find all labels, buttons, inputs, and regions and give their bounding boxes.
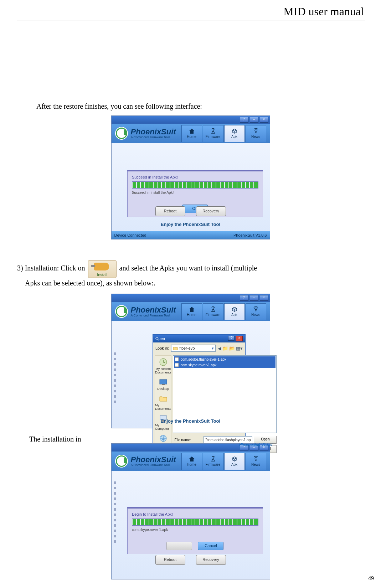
filename-label: File name: — [174, 438, 202, 442]
app-logo-icon — [115, 127, 128, 140]
progress-bar — [132, 519, 258, 526]
tab-firmware[interactable]: Firmware — [203, 453, 223, 470]
svg-rect-8 — [175, 357, 179, 361]
svg-rect-4 — [162, 384, 165, 385]
window-titlebar: ? – × — [112, 116, 270, 124]
places-sidebar: My Recent Documents Desktop My Documents… — [155, 355, 172, 453]
tab-home[interactable]: Home — [181, 453, 202, 470]
app-name: PhoenixSuit — [131, 456, 176, 464]
app-logo-icon — [115, 455, 128, 468]
panel-message: Succeed in Install the Apk! — [132, 191, 258, 195]
tab-home[interactable]: Home — [181, 303, 202, 320]
file-icon — [175, 357, 179, 361]
svg-point-0 — [255, 132, 256, 133]
text-installing: The installation in — [29, 434, 81, 444]
dialog-titlebar: Open ? × — [153, 335, 245, 342]
app-logo-icon — [115, 305, 128, 318]
recovery-button[interactable]: Recovery — [196, 555, 226, 565]
cancel-button[interactable]: Cancel — [198, 542, 223, 550]
status-bar: Device Connected PhoenixSuit V1.0.6 — [112, 231, 270, 239]
screenshot-installing: ? – × PhoenixSuit A Convinced Firmware T… — [111, 443, 270, 579]
disabled-button — [166, 542, 192, 550]
tab-bar: Home Firmware Apk News — [181, 303, 266, 320]
tagline: Enjoy the PhoenixSuit Tool — [112, 222, 270, 227]
dialog-title: Open — [155, 336, 165, 341]
version-overlay: PhoenixSuit V1.0.6 — [239, 442, 273, 447]
app-subtitle: A Convinced Firmware Tool — [131, 136, 176, 139]
panel-title: Succeed in Install the Apk! — [132, 175, 258, 179]
app-subtitle: A Convinced Firmware Tool — [131, 464, 176, 467]
recovery-button[interactable]: Recovery — [196, 206, 226, 216]
panel-message: com.skype.rover-1.apk — [132, 528, 258, 532]
text-installation: 3) Installation: Click on Install and se… — [17, 260, 360, 288]
file-icon — [175, 363, 179, 367]
look-in-combo[interactable]: fiber-evb ▾ — [171, 345, 216, 352]
app-name: PhoenixSuit — [131, 128, 176, 136]
page-header-title: MID user manual — [283, 5, 364, 18]
app-subtitle: A Convinced Firmware Tool — [131, 314, 176, 317]
dropdown-arrow-icon: ▾ — [212, 346, 214, 351]
page-number: 49 — [368, 575, 374, 582]
sidebar-item-mydocs[interactable]: My Documents — [155, 394, 171, 411]
installing-panel: Begin to Install the Apk! com.skype.rove… — [127, 507, 263, 554]
background-markers — [114, 352, 116, 403]
tab-news[interactable]: News — [246, 125, 266, 142]
status-right: PhoenixSuit V1.0.6 — [233, 233, 267, 237]
sidebar-item-desktop[interactable]: Desktop — [157, 378, 169, 391]
app-toolbar: PhoenixSuit A Convinced Firmware Tool Ho… — [112, 302, 270, 321]
install-icon[interactable]: Install — [88, 260, 117, 278]
svg-point-10 — [255, 460, 256, 461]
tab-bar: Home Firmware Apk News — [181, 125, 266, 142]
new-folder-icon[interactable]: 📂 — [229, 346, 235, 351]
dialog-toolbar-icons: ◀ 📁 📂 ▦▾ — [218, 346, 243, 351]
open-file-dialog: Open ? × Look in: fiber-evb ▾ ◀ — [153, 334, 246, 455]
reboot-button[interactable]: Reboot — [155, 555, 185, 565]
close-button[interactable]: × — [260, 295, 268, 301]
minimize-button[interactable]: – — [250, 295, 258, 301]
svg-point-1 — [255, 310, 256, 311]
footer-rule — [17, 572, 365, 572]
tab-news[interactable]: News — [246, 453, 266, 470]
help-button[interactable]: ? — [240, 295, 248, 301]
text-after-restore: After the restore finishes, you can see … — [36, 101, 202, 111]
up-level-icon[interactable]: 📁 — [222, 346, 228, 351]
dialog-help-button[interactable]: ? — [228, 336, 235, 341]
close-button[interactable]: × — [260, 117, 268, 123]
screenshot-open-dialog: ? – × PhoenixSuit A Convinced Firmware T… — [111, 294, 270, 428]
reboot-button[interactable]: Reboot — [155, 206, 185, 216]
minimize-button[interactable]: – — [250, 117, 258, 123]
panel-title: Begin to Install the Apk! — [132, 512, 258, 516]
tab-apk[interactable]: Apk — [224, 125, 245, 142]
tab-firmware[interactable]: Firmware — [203, 303, 223, 320]
tab-apk[interactable]: Apk — [224, 453, 245, 470]
help-button[interactable]: ? — [240, 117, 248, 123]
tab-bar: Home Firmware Apk News — [181, 453, 266, 470]
tab-home[interactable]: Home — [181, 125, 202, 142]
file-row[interactable]: com.adobe.flashplayer-1.apk — [174, 356, 276, 362]
window-titlebar: ? – × — [112, 294, 270, 302]
dialog-close-button[interactable]: × — [236, 336, 243, 341]
back-icon[interactable]: ◀ — [218, 346, 221, 351]
tagline: Enjoy the PhoenixSuit Tool — [112, 418, 270, 424]
svg-rect-3 — [160, 380, 167, 384]
screenshot-success: ? – × PhoenixSuit A Convinced Firmware T… — [111, 115, 270, 239]
app-toolbar: PhoenixSuit A Convinced Firmware Tool Ho… — [112, 124, 270, 143]
progress-bar — [132, 181, 258, 189]
look-in-label: Look in: — [155, 346, 169, 350]
file-row[interactable]: com.skype.rover-1.apk — [174, 362, 276, 368]
app-toolbar: PhoenixSuit A Convinced Firmware Tool Ho… — [112, 452, 270, 471]
background-markers — [114, 481, 116, 543]
svg-rect-9 — [175, 363, 179, 367]
sidebar-item-recent[interactable]: My Recent Documents — [155, 358, 171, 374]
view-menu-icon[interactable]: ▦▾ — [236, 346, 243, 351]
tab-apk[interactable]: Apk — [224, 303, 245, 320]
folder-icon — [173, 346, 178, 350]
app-name: PhoenixSuit — [131, 306, 176, 314]
header-rule — [17, 21, 365, 21]
status-left: Device Connected — [114, 233, 146, 237]
tab-firmware[interactable]: Firmware — [203, 125, 223, 142]
tab-news[interactable]: News — [246, 303, 266, 320]
